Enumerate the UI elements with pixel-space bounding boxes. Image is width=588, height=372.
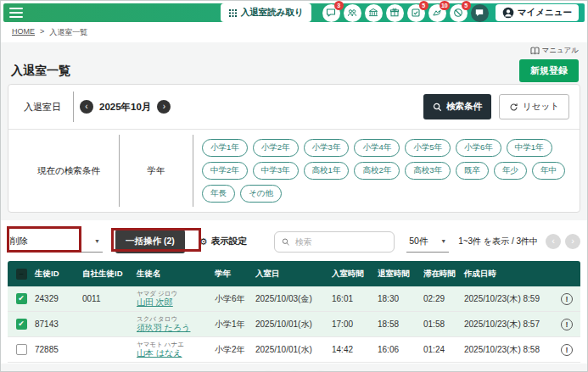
reset-button[interactable]: リセット <box>499 94 569 119</box>
new-registration-button[interactable]: 新規登録 <box>519 59 579 82</box>
entry-date-cell: 2025/10/01(水) <box>255 344 332 356</box>
chat-dark-icon[interactable] <box>471 4 489 22</box>
entry-date-cell: 2025/10/03(金) <box>255 293 332 305</box>
people-icon[interactable] <box>344 4 361 22</box>
select-all-checkbox[interactable]: – <box>16 269 27 280</box>
table-search-input[interactable] <box>295 237 387 247</box>
grade-filter-pill[interactable]: 高校3年 <box>405 162 451 180</box>
header-icons: 35105 <box>319 4 489 22</box>
divider <box>73 92 74 122</box>
grade-filter-pill[interactable]: 中学2年 <box>202 162 248 180</box>
bulk-action-value: 削除 <box>10 236 28 247</box>
grade-pill-label: 小学4年 <box>362 142 391 152</box>
gift-icon[interactable] <box>386 4 404 22</box>
entry-exit-reader-button[interactable]: 入退室読み取り <box>221 3 311 22</box>
column-header: 滞在時間 <box>423 269 464 280</box>
grade-pill-label: 小学2年 <box>261 142 290 152</box>
column-header: 作成日時 <box>464 269 557 280</box>
grade-pill-label: 年少 <box>502 165 518 175</box>
info-icon[interactable]: ! <box>561 319 573 330</box>
grade-pill-label: 高校1年 <box>312 165 341 175</box>
hamburger-menu-icon[interactable] <box>9 5 23 20</box>
row-checkbox[interactable] <box>16 344 27 355</box>
student-kana: ヤマダ ジロウ <box>137 290 215 297</box>
column-header: 自社生徒ID <box>82 269 137 280</box>
entry-time-cell: 16:01 <box>332 294 378 303</box>
prev-page-arrow[interactable]: ‹ <box>546 234 561 249</box>
grade-filter-pill[interactable]: 小学4年 <box>354 139 400 157</box>
previous-month-button[interactable]: ‹ <box>80 100 93 114</box>
info-icon[interactable]: ! <box>561 293 573 305</box>
grade-filter-pill[interactable]: 年長 <box>202 185 235 203</box>
row-checkbox[interactable]: ✔ <box>16 319 27 330</box>
exit-time-cell: 16:06 <box>378 345 423 354</box>
student-name-cell: ヤマダ ジロウ 山田 次郎 <box>137 290 215 308</box>
grade-filter-pill[interactable]: 小学1年 <box>202 139 248 157</box>
my-menu-button[interactable]: マイメニュー <box>496 4 579 21</box>
toolbar-pager: ‹ › <box>546 234 580 249</box>
grade-cell: 小学2年 <box>215 344 255 356</box>
grade-pill-label: 年長 <box>210 188 227 197</box>
grade-cell: 小学6年 <box>215 293 255 305</box>
bulk-action-button[interactable]: 一括操作 (2) <box>115 230 185 253</box>
search-icon <box>433 103 442 112</box>
grade-pill-label: その他 <box>249 188 273 197</box>
table-row: ✔ 87143 スクバ タロウ 須玖羽 たろう 小学1年 2025/10/01(… <box>8 312 580 337</box>
chat-icon[interactable]: 3 <box>322 4 340 22</box>
grade-filter-pill[interactable]: 中学3年 <box>253 162 299 180</box>
grade-filter-pill[interactable]: 高校1年 <box>304 162 350 180</box>
grade-pill-label: 高校3年 <box>413 165 442 175</box>
bird-icon[interactable]: 10 <box>428 4 446 22</box>
student-name-cell: ヤマモト ハナエ 山本 はなえ <box>137 341 215 358</box>
blocked-icon[interactable]: 5 <box>450 4 468 22</box>
column-header: 学年 <box>215 269 255 280</box>
student-name-link[interactable]: 須玖羽 たろう <box>137 323 190 332</box>
grade-cell: 小学1年 <box>215 319 255 330</box>
result-range-text: 1~3件 を表示 / 3件中 <box>458 236 538 247</box>
manual-link[interactable]: マニュアル <box>530 46 580 56</box>
created-at-cell: 2025/10/23(木) 8:59 <box>464 293 557 305</box>
grade-filter-pill[interactable]: その他 <box>240 185 282 203</box>
search-conditions-button[interactable]: 検索条件 <box>423 94 491 119</box>
grade-filter-pill[interactable]: 小学5年 <box>405 139 451 157</box>
next-page-arrow[interactable]: › <box>565 234 580 249</box>
student-name-link[interactable]: 山田 次郎 <box>137 297 173 307</box>
grade-filter-pill[interactable]: 中学1年 <box>507 139 552 157</box>
table-panel: 削除 ▼ 一括操作 (2) ⚙ 表示設定 50件 ▼ 1~3件 を表示 / 3件… <box>1 220 587 364</box>
info-icon[interactable]: ! <box>561 344 573 356</box>
grade-filter-pill[interactable]: 高校2年 <box>354 162 400 180</box>
row-checkbox[interactable]: ✔ <box>16 293 27 304</box>
per-page-select[interactable]: 50件 ▼ <box>406 231 449 253</box>
grade-filter-pill[interactable]: 小学2年 <box>253 139 299 157</box>
manual-label: マニュアル <box>542 46 580 56</box>
grade-filter-pill[interactable]: 既卒 <box>456 162 489 180</box>
breadcrumb-home-link[interactable]: HOME <box>12 27 35 38</box>
exit-time-cell: 18:58 <box>378 319 423 329</box>
student-name-link[interactable]: 山本 はなえ <box>137 348 182 358</box>
display-settings-button[interactable]: ⚙ 表示設定 <box>199 236 247 247</box>
month-value: 2025年10月 <box>99 101 151 114</box>
school-icon[interactable] <box>365 4 383 22</box>
student-id-cell: 24329 <box>35 294 82 303</box>
display-settings-label: 表示設定 <box>211 236 247 247</box>
entry-date-cell: 2025/10/01(水) <box>255 319 332 330</box>
table-search-box <box>274 231 395 253</box>
grade-filter-pill[interactable]: 小学3年 <box>304 139 350 157</box>
next-month-button[interactable]: › <box>157 100 171 114</box>
student-name-cell: スクバ タロウ 須玖羽 たろう <box>137 315 215 333</box>
grade-filter-pill[interactable]: 年中 <box>532 162 565 180</box>
grade-pill-label: 高校2年 <box>362 165 391 175</box>
table-row: 72885 ヤマモト ハナエ 山本 はなえ 小学2年 2025/10/01(水)… <box>8 337 580 363</box>
notification-badge: 5 <box>462 1 471 10</box>
search-icon <box>282 237 290 247</box>
grade-filter-pill[interactable]: 年少 <box>494 162 527 180</box>
grade-pill-label: 小学6年 <box>464 142 493 152</box>
student-id-cell: 87143 <box>35 319 82 329</box>
table-toolbar: 削除 ▼ 一括操作 (2) ⚙ 表示設定 50件 ▼ 1~3件 を表示 / 3件… <box>8 228 580 253</box>
breadcrumb: HOME > 入退室一覧 <box>1 22 587 42</box>
entry-time-cell: 17:00 <box>332 319 378 329</box>
bulk-action-select[interactable]: 削除 ▼ <box>8 231 103 253</box>
grade-filter-pill[interactable]: 小学6年 <box>456 139 501 157</box>
student-kana: ヤマモト ハナエ <box>137 341 215 348</box>
checklist-icon[interactable]: 5 <box>407 4 425 22</box>
